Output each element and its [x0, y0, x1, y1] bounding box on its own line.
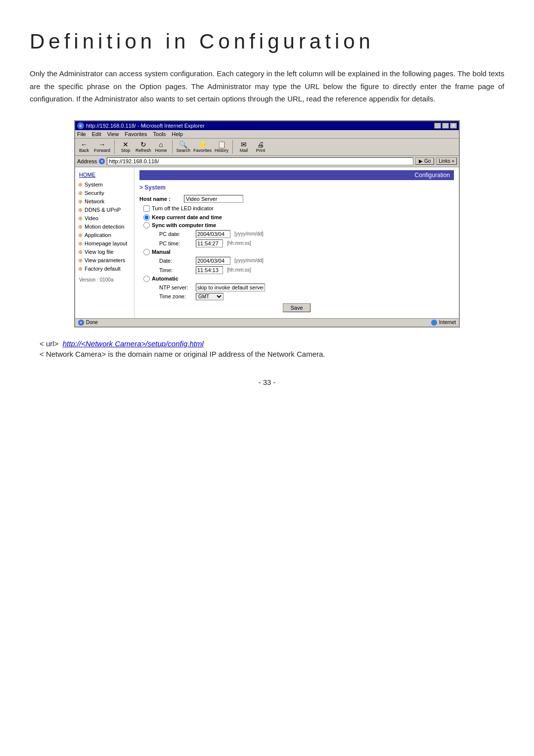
search-icon: 🔍	[179, 141, 187, 148]
page-number: - 33 -	[30, 378, 504, 386]
history-button[interactable]: 📋 History	[215, 141, 228, 153]
sidebar-version: Version : 0100a	[75, 273, 134, 284]
sidebar-label-viewlog: View log file	[85, 249, 114, 255]
sidebar-item-application[interactable]: ⊕ Application	[75, 231, 134, 239]
url-line: < url> http://<Network Camera>/setup/con…	[40, 339, 504, 348]
radio-automatic[interactable]	[143, 276, 150, 282]
stop-button[interactable]: ✕ Stop	[119, 141, 133, 153]
timezone-label: Time zone:	[159, 293, 194, 299]
sidebar-item-video[interactable]: ⊕ Video	[75, 214, 134, 223]
go-button[interactable]: ▶ Go	[415, 157, 434, 165]
led-row: Turn off the LED indicator	[143, 205, 454, 212]
browser-content: HOME ⊕ System ⊕ Security ⊕ Network ⊕ DDN…	[75, 167, 459, 318]
sidebar-bullet-factory: ⊕	[78, 266, 83, 272]
radio-keep[interactable]	[143, 214, 150, 221]
favorites-button[interactable]: ⭐ Favorites	[193, 141, 212, 153]
browser-statusbar: e Done 🌐 Internet	[75, 318, 459, 327]
radio-automatic-row: Automatic	[143, 276, 454, 282]
sidebar-item-viewparams[interactable]: ⊕ View parameters	[75, 256, 134, 265]
sidebar-item-security[interactable]: ⊕ Security	[75, 189, 134, 197]
menu-favorites[interactable]: Favorites	[125, 131, 147, 137]
refresh-icon: ↻	[140, 141, 146, 148]
sidebar-bullet-system: ⊕	[78, 182, 83, 188]
home-button[interactable]: ⌂ Home	[154, 141, 168, 153]
address-input[interactable]	[107, 157, 413, 165]
sidebar-label-system: System	[85, 182, 103, 188]
manual-time-input[interactable]	[196, 266, 223, 274]
favorites-icon: ⭐	[198, 141, 207, 148]
timezone-select[interactable]: GMT GMT+1 GMT-1	[196, 293, 223, 300]
refresh-button[interactable]: ↻ Refresh	[135, 141, 151, 153]
history-label: History	[215, 148, 228, 153]
radio-sync-label: Sync with computer time	[152, 222, 216, 228]
host-name-input[interactable]	[184, 195, 243, 203]
sidebar-home-link[interactable]: HOME	[75, 170, 134, 181]
host-name-row: Host name :	[139, 195, 454, 203]
back-button[interactable]: ← Back	[77, 141, 91, 153]
print-icon: 🖨	[257, 141, 264, 148]
sidebar-bullet-network: ⊕	[78, 198, 83, 205]
sidebar-bullet-motion: ⊕	[78, 224, 83, 230]
sidebar-bullet-application: ⊕	[78, 232, 83, 238]
url-prefix: < url>	[40, 339, 58, 348]
internet-icon: 🌐	[431, 320, 437, 326]
url-link[interactable]: http://<Network Camera>/setup/config.htm…	[63, 339, 204, 348]
sync-subform: PC date: [yyyy/mm/dd] PC time: [hh:mm:ss…	[159, 230, 454, 247]
menu-edit[interactable]: Edit	[92, 131, 101, 137]
radio-manual[interactable]	[143, 249, 150, 255]
sidebar-item-ddns[interactable]: ⊕ DDNS & UPnP	[75, 206, 134, 214]
led-label: Turn off the LED indicator	[152, 205, 214, 211]
ntp-input[interactable]	[196, 284, 265, 291]
print-button[interactable]: 🖨 Print	[254, 141, 267, 153]
mail-icon: ✉	[241, 141, 247, 148]
forward-icon: →	[99, 141, 106, 148]
radio-manual-label: Manual	[152, 249, 171, 255]
sidebar-item-factory[interactable]: ⊕ Factory default	[75, 265, 134, 273]
browser-toolbar: ← Back → Forward ✕ Stop ↻ Refresh ⌂ Home…	[75, 139, 459, 156]
pc-date-input[interactable]	[196, 230, 230, 238]
sidebar-label-motion: Motion detection	[85, 224, 125, 230]
forward-label: Forward	[94, 148, 110, 153]
sidebar-item-homepage[interactable]: ⊕ Homepage layout	[75, 239, 134, 248]
toolbar-sep-1	[114, 140, 115, 154]
manual-date-hint: [yyyy/mm/dd]	[234, 258, 264, 263]
forward-button[interactable]: → Forward	[94, 141, 110, 153]
radio-sync-row: Sync with computer time	[143, 222, 454, 229]
led-checkbox[interactable]	[143, 205, 150, 212]
pc-time-input[interactable]	[196, 239, 223, 247]
menu-tools[interactable]: Tools	[153, 131, 166, 137]
status-text: Done	[86, 320, 98, 325]
sidebar-item-system[interactable]: ⊕ System	[75, 181, 134, 189]
radio-sync[interactable]	[143, 222, 150, 229]
radio-keep-label: Keep current date and time	[152, 214, 222, 220]
status-ie-icon: e	[78, 320, 84, 326]
maximize-button[interactable]: □	[442, 123, 449, 129]
timezone-row: Time zone: GMT GMT+1 GMT-1	[159, 293, 454, 300]
pc-date-hint: [yyyy/mm/dd]	[234, 231, 264, 236]
manual-date-input[interactable]	[196, 257, 230, 265]
sidebar-label-factory: Factory default	[85, 266, 121, 272]
browser-window: e http://192.168.0.118/ - Microsoft Inte…	[74, 120, 460, 328]
close-button[interactable]: ✕	[450, 123, 457, 129]
menu-view[interactable]: View	[107, 131, 119, 137]
search-button[interactable]: 🔍 Search	[177, 141, 191, 153]
sidebar-bullet-ddns: ⊕	[78, 207, 83, 213]
sidebar-item-viewlog[interactable]: ⊕ View log file	[75, 248, 134, 256]
radio-manual-row: Manual	[143, 249, 454, 255]
browser-sidebar: HOME ⊕ System ⊕ Security ⊕ Network ⊕ DDN…	[75, 167, 134, 318]
menu-file[interactable]: File	[77, 131, 86, 137]
links-button[interactable]: Links »	[436, 157, 457, 165]
sidebar-item-motion[interactable]: ⊕ Motion detection	[75, 223, 134, 231]
pc-date-row: PC date: [yyyy/mm/dd]	[159, 230, 454, 238]
minimize-button[interactable]: _	[434, 123, 441, 129]
menu-help[interactable]: Help	[172, 131, 183, 137]
manual-date-row: Date: [yyyy/mm/dd]	[159, 257, 454, 265]
radio-automatic-label: Automatic	[152, 276, 178, 282]
sidebar-label-viewparams: View parameters	[85, 257, 125, 263]
config-header: Configuration	[139, 170, 454, 180]
mail-button[interactable]: ✉ Mail	[237, 141, 251, 153]
sidebar-item-network[interactable]: ⊕ Network	[75, 197, 134, 206]
main-form-area: Configuration > System Host name : Turn …	[134, 167, 459, 318]
home-label: Home	[155, 148, 167, 153]
save-button[interactable]: Save	[283, 303, 310, 312]
